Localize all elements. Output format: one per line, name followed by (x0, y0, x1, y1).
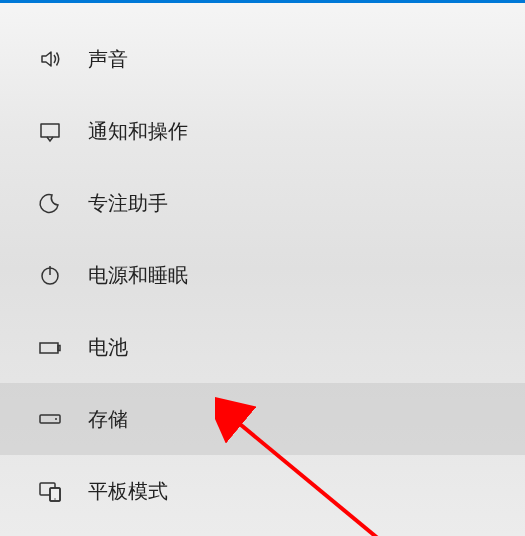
sidebar-item-notifications[interactable]: 通知和操作 (0, 95, 525, 167)
power-sleep-icon (38, 263, 62, 287)
sidebar-item-battery[interactable]: 电池 (0, 311, 525, 383)
svg-rect-4 (58, 346, 60, 351)
tablet-mode-icon (38, 479, 62, 503)
svg-point-10 (54, 498, 55, 499)
storage-icon (38, 407, 62, 431)
sidebar-item-sound[interactable]: 声音 (0, 23, 525, 95)
svg-rect-0 (41, 124, 59, 137)
sidebar-item-label: 声音 (88, 46, 128, 73)
sidebar-item-label: 存储 (88, 406, 128, 433)
sidebar-item-label: 平板模式 (88, 478, 168, 505)
sidebar-item-tablet-mode[interactable]: 平板模式 (0, 455, 525, 527)
sidebar-item-label: 电源和睡眠 (88, 262, 188, 289)
notifications-icon (38, 119, 62, 143)
sidebar-item-label: 通知和操作 (88, 118, 188, 145)
sound-icon (38, 47, 62, 71)
svg-point-6 (55, 418, 57, 420)
sidebar-item-label: 专注助手 (88, 190, 168, 217)
sidebar-item-power-sleep[interactable]: 电源和睡眠 (0, 239, 525, 311)
sidebar-item-storage[interactable]: 存储 (0, 383, 525, 455)
sidebar-item-focus-assist[interactable]: 专注助手 (0, 167, 525, 239)
focus-assist-icon (38, 191, 62, 215)
svg-rect-3 (40, 343, 58, 353)
settings-sidebar: 声音 通知和操作 专注助手 电源和睡眠 (0, 3, 525, 527)
sidebar-item-label: 电池 (88, 334, 128, 361)
battery-icon (38, 335, 62, 359)
